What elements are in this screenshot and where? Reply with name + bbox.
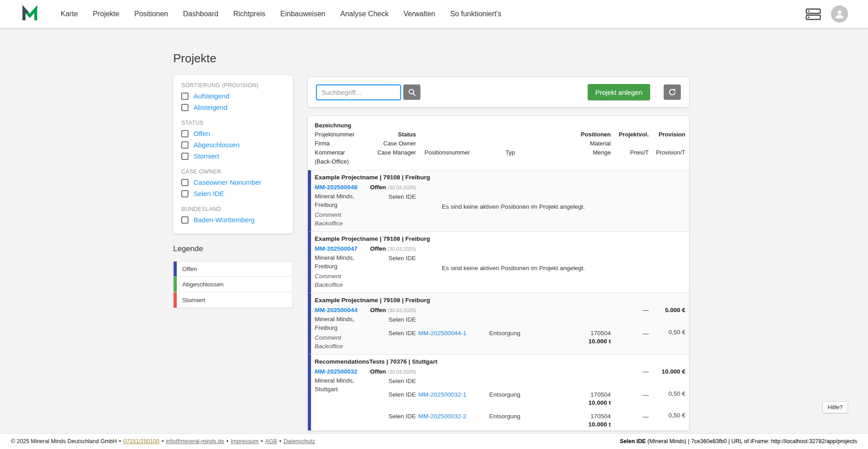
footer-link-07151-250100[interactable]: 07151/250100 (123, 438, 160, 444)
filter-section-heading-case-owner: CASE OWNER (181, 168, 285, 175)
nav-item-verwalten[interactable]: Verwalten (403, 10, 435, 18)
checkbox-icon[interactable] (181, 153, 189, 160)
filter-option-label: Aufsteigend (193, 92, 229, 100)
filter-option-selen-ide[interactable]: Selen IDE (181, 188, 285, 199)
position-number-link[interactable]: MM-202500044-1 (418, 330, 467, 337)
header-label-positionsnummer: Positionsnummer (416, 149, 489, 158)
header-label-provision: Provision (649, 131, 685, 140)
filter-sections: SORTIERUNG (PROVISION)AufsteigendAbsteig… (181, 82, 285, 225)
project-preis-t: — (611, 305, 649, 329)
checkbox-icon[interactable] (181, 104, 189, 111)
position-row: Selen IDEMM-202500044-1Entsorgung1705041… (369, 329, 689, 351)
user-avatar[interactable] (831, 5, 848, 23)
help-button[interactable]: Hilfe? (822, 401, 848, 413)
header-label-typ: Typ (489, 149, 539, 158)
position-preis-t: — (611, 412, 649, 430)
checkbox-icon[interactable] (181, 130, 189, 137)
case-owner: Selen IDE (369, 315, 416, 324)
filter-option-aufsteigend[interactable]: Aufsteigend (181, 90, 285, 102)
project-group: Example Projectname | 79108 | FreiburgMM… (308, 232, 689, 293)
project-group-title: RecommendationsTests | 70376 | Stuttgart (315, 355, 689, 367)
filter-option-label: Offen (193, 130, 210, 137)
legend-color-bar (174, 262, 177, 276)
project-group: Example Projectname | 79108 | FreiburgMM… (308, 293, 689, 355)
header-label-back-office: (Back-Office) (315, 158, 369, 167)
footer-link-agb[interactable]: AGB (265, 438, 277, 444)
footer-link-datenschutz[interactable]: Datenschutz (283, 438, 315, 444)
nav-item-richtpreis[interactable]: Richtpreis (233, 10, 265, 18)
position-typ: Entsorgung (489, 329, 539, 351)
checkbox-icon[interactable] (181, 179, 189, 186)
header-column-5: PositionenMaterialMenge (539, 122, 611, 167)
footer: © 2025 Mineral Minds Deutschland GmbH•07… (0, 433, 868, 449)
header-column-7: ProvisionProvision/T (649, 122, 685, 167)
header-label-preis-t: Preis/T (611, 149, 649, 158)
header-label-provision-t: Provision/T (649, 149, 685, 158)
status-date: (30.03.2025) (388, 246, 416, 252)
filter-option-storniert[interactable]: Storniert (181, 150, 285, 162)
case-owner: Selen IDE (369, 254, 416, 262)
nav-item-dashboard[interactable]: Dashboard (183, 10, 218, 18)
nav-item-einbauweisen[interactable]: Einbauweisen (280, 10, 326, 18)
nav-item-positionen[interactable]: Positionen (134, 10, 168, 18)
filter-option-label: Caseowner Nonumber (193, 178, 261, 186)
project-preis-t: — (611, 367, 649, 390)
project-group-title: Example Projectname | 79108 | Freiburg (315, 293, 689, 305)
position-material: 170504 (539, 329, 611, 337)
position-number-link[interactable]: MM-202500032-2 (418, 413, 467, 420)
search-input[interactable] (316, 84, 401, 100)
legend-item-label: Abgeschlossen (182, 281, 224, 288)
filter-option-caseowner-nonumber[interactable]: Caseowner Nonumber (181, 177, 285, 188)
header-label-menge: Menge (539, 149, 611, 158)
filter-option-offen[interactable]: Offen (181, 128, 285, 139)
project-company: Mineral Minds, (315, 192, 369, 201)
project-number-link[interactable]: MM-202500044 (315, 305, 369, 315)
checkbox-icon[interactable] (181, 141, 189, 149)
project-company: Freiburg (315, 323, 369, 332)
header-column-1: BezeichnungProjektnummerFirmaKommentar(B… (315, 122, 369, 167)
position-number-link[interactable]: MM-202500032-1 (418, 391, 467, 398)
checkbox-icon[interactable] (181, 190, 189, 197)
position-material: 170504 (539, 390, 611, 399)
project-group-title: Example Projectname | 79108 | Freiburg (315, 170, 689, 182)
status-date: (30.03.2025) (388, 369, 416, 374)
project-comment: Comment (315, 333, 369, 342)
session-user: Selen IDE (620, 438, 646, 444)
header-label-case-owner: Case Owner (369, 140, 416, 149)
refresh-button[interactable] (664, 84, 681, 100)
user-icon (834, 9, 845, 19)
position-typ: Entsorgung (489, 412, 539, 430)
filter-option-baden-württemberg[interactable]: Baden-Württemberg (181, 214, 285, 225)
project-comment: Comment (315, 272, 369, 281)
nav-item-so-funktioniert-s[interactable]: So funktioniert's (450, 10, 501, 18)
session-details: (Mineral Minds) | 7ce360e83fb0 | URL of … (646, 438, 857, 444)
project-number-link[interactable]: MM-202500047 (315, 244, 369, 253)
refresh-icon (668, 88, 676, 96)
nav-item-karte[interactable]: Karte (61, 10, 78, 18)
project-company: Freiburg (315, 262, 369, 271)
filter-option-absteigend[interactable]: Absteigend (181, 102, 285, 113)
checkbox-icon[interactable] (181, 216, 189, 224)
footer-link-info-mineral-minds-de[interactable]: info@mineral-minds.de (166, 438, 224, 444)
position-material: 170504 (539, 412, 611, 421)
footer-link-impressum[interactable]: Impressum (231, 438, 259, 444)
project-number-link[interactable]: MM-202500048 (315, 182, 369, 192)
position-row: Selen IDEMM-202500032-2Entsorgung1705041… (369, 412, 689, 430)
footer-copyright: © 2025 Mineral Minds Deutschland GmbH (11, 438, 117, 444)
checkbox-icon[interactable] (181, 93, 189, 100)
legend-title: Legende (173, 244, 203, 253)
filter-option-abgeschlossen[interactable]: Abgeschlossen (181, 139, 285, 150)
mineral-minds-logo[interactable] (21, 5, 39, 23)
nav-item-analyse-check[interactable]: Analyse Check (340, 10, 389, 18)
position-case-owner: Selen IDE (369, 329, 416, 351)
server-icon[interactable] (806, 8, 821, 20)
status-date: (30.03.2025) (388, 308, 416, 313)
table-header: BezeichnungProjektnummerFirmaKommentar(B… (308, 116, 689, 170)
project-number-link[interactable]: MM-202500032 (315, 367, 369, 376)
project-company: Freiburg (315, 201, 369, 209)
nav-item-projekte[interactable]: Projekte (93, 10, 119, 18)
position-provision-t: 0,50 € (649, 390, 685, 412)
project-provision-total: 5.000 € (649, 305, 685, 329)
create-project-button[interactable]: Projekt anlegen (588, 84, 650, 100)
search-button[interactable] (403, 84, 420, 100)
